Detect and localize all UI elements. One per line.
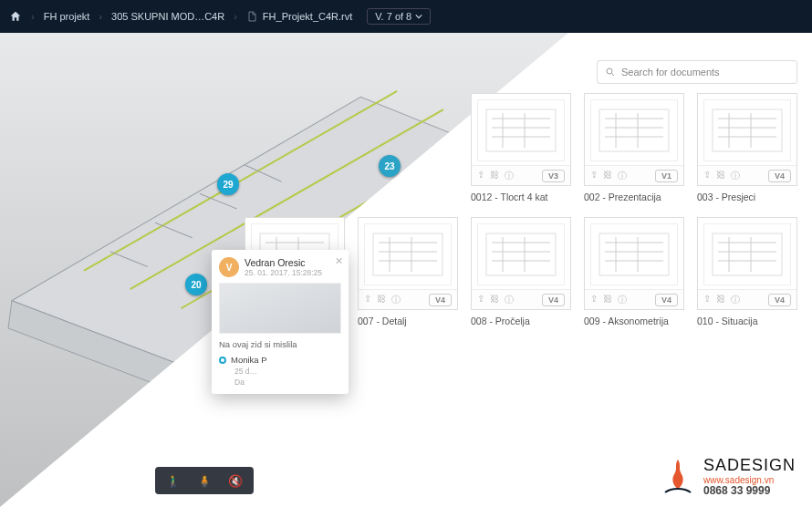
svg-rect-48 bbox=[599, 233, 669, 275]
document-thumbnail[interactable]: ⇪ ⛓ ⓘ V4 bbox=[471, 217, 571, 310]
share-icon[interactable]: ⇪ bbox=[590, 294, 598, 306]
link-icon[interactable]: ⛓ bbox=[490, 294, 499, 306]
thumbnail-action-bar: ⇪ ⛓ ⓘ V4 bbox=[698, 289, 796, 309]
top-bar: › FH projekt › 305 SKUPNI MOD…C4R › FH_P… bbox=[0, 0, 812, 33]
share-icon[interactable]: ⇪ bbox=[477, 170, 484, 182]
document-title: 002 - Prezentacija bbox=[584, 191, 684, 202]
link-icon[interactable]: ⛓ bbox=[377, 294, 386, 306]
document-thumbnail[interactable]: ⇪ ⛓ ⓘ V4 bbox=[697, 93, 797, 186]
thumbnail-preview bbox=[703, 99, 791, 161]
document-thumbnail[interactable]: ⇪ ⛓ ⓘ V4 bbox=[584, 217, 684, 310]
comment-author: Vedran Oresic bbox=[245, 257, 322, 268]
document-card[interactable]: ⇪ ⛓ ⓘ V3 0012 - Tlocrt 4 kat bbox=[471, 93, 571, 202]
close-icon[interactable]: ✕ bbox=[335, 255, 343, 267]
breadcrumb-item[interactable]: FH projekt bbox=[44, 11, 90, 22]
svg-rect-12 bbox=[486, 109, 556, 151]
version-badge[interactable]: V4 bbox=[768, 170, 791, 182]
document-title: 0012 - Tlocrt 4 kat bbox=[471, 191, 571, 202]
brand-name: SADESIGN bbox=[703, 457, 796, 475]
share-icon[interactable]: ⇪ bbox=[477, 294, 484, 306]
document-title: 003 - Presjeci bbox=[697, 191, 797, 202]
reply-timestamp: 25 d… bbox=[234, 367, 257, 376]
thumbnail-action-bar: ⇪ ⛓ ⓘ V3 bbox=[472, 165, 570, 185]
version-badge[interactable]: V1 bbox=[655, 170, 678, 182]
document-card[interactable]: ⇪ ⛓ ⓘ V4 010 - Situacija bbox=[697, 217, 797, 326]
document-thumbnail[interactable]: ⇪ ⛓ ⓘ V4 bbox=[358, 217, 458, 310]
person-icon[interactable]: 🧍 bbox=[197, 474, 212, 488]
version-badge[interactable]: V4 bbox=[768, 294, 791, 306]
info-icon[interactable]: ⓘ bbox=[505, 170, 514, 182]
info-icon[interactable]: ⓘ bbox=[505, 294, 514, 306]
search-icon bbox=[605, 67, 616, 78]
link-icon[interactable]: ⛓ bbox=[490, 170, 499, 182]
document-card[interactable]: ⇪ ⛓ ⓘ V4 003 - Presjeci bbox=[697, 93, 797, 202]
comment-popover: ✕ V Vedran Oresic 25. 01. 2017. 15:28:25… bbox=[212, 250, 349, 394]
info-icon[interactable]: ⓘ bbox=[618, 294, 627, 306]
document-card[interactable]: ⇪ ⛓ ⓘ V4 008 - Pročelja bbox=[471, 217, 571, 326]
issue-marker[interactable]: 29 bbox=[217, 173, 239, 195]
document-thumbnail[interactable]: ⇪ ⛓ ⓘ V1 bbox=[584, 93, 684, 186]
flame-icon bbox=[660, 456, 696, 498]
thumbnail-action-bar: ⇪ ⛓ ⓘ V1 bbox=[585, 165, 683, 185]
info-icon[interactable]: ⓘ bbox=[391, 294, 401, 306]
document-title: 007 - Detalj bbox=[358, 316, 458, 326]
version-badge[interactable]: V4 bbox=[429, 294, 452, 306]
breadcrumb-item[interactable]: 305 SKUPNI MOD…C4R bbox=[111, 11, 224, 22]
search-input[interactable]: Search for documents bbox=[597, 60, 797, 84]
avatar: V bbox=[219, 257, 239, 277]
link-icon[interactable]: ⛓ bbox=[716, 170, 725, 182]
info-icon[interactable]: ⓘ bbox=[618, 170, 627, 182]
version-badge[interactable]: V4 bbox=[542, 294, 565, 306]
svg-point-10 bbox=[607, 68, 612, 74]
version-badge[interactable]: V3 bbox=[542, 170, 565, 182]
document-card[interactable]: ⇪ ⛓ ⓘ V1 002 - Prezentacija bbox=[584, 93, 684, 202]
comment-reply[interactable]: Monika P bbox=[219, 355, 341, 365]
version-selector[interactable]: V. 7 of 8 bbox=[367, 8, 431, 25]
documents-grid-row: ⇪ ⛓ ⓘ V4 …elja var. 2 bbox=[274, 217, 797, 326]
document-title: 008 - Pročelja bbox=[471, 316, 571, 326]
share-icon[interactable]: ⇪ bbox=[703, 170, 711, 182]
info-icon[interactable]: ⓘ bbox=[731, 170, 740, 182]
link-icon[interactable]: ⛓ bbox=[716, 294, 725, 306]
sound-off-icon[interactable]: 🔇 bbox=[228, 474, 243, 488]
link-icon[interactable]: ⛓ bbox=[603, 170, 612, 182]
svg-rect-42 bbox=[486, 233, 556, 275]
version-badge[interactable]: V4 bbox=[655, 294, 678, 306]
svg-rect-36 bbox=[373, 233, 442, 275]
walk-icon[interactable]: 🚶‍♂️ bbox=[166, 474, 181, 488]
search-placeholder: Search for documents bbox=[621, 67, 720, 78]
thumbnail-preview bbox=[364, 223, 452, 285]
breadcrumb-item[interactable]: FH_Projekt_C4R.rvt bbox=[263, 11, 352, 22]
reply-text: Da bbox=[234, 378, 245, 387]
share-icon[interactable]: ⇪ bbox=[703, 294, 711, 306]
chevron-right-icon: › bbox=[234, 11, 237, 22]
brand-phone: 0868 33 9999 bbox=[703, 485, 796, 497]
reply-author: Monika P bbox=[231, 355, 267, 365]
thumbnail-preview bbox=[590, 99, 678, 161]
link-icon[interactable]: ⛓ bbox=[603, 294, 612, 306]
comment-snapshot[interactable] bbox=[219, 283, 341, 334]
thumbnail-action-bar: ⇪ ⛓ ⓘ V4 bbox=[472, 289, 570, 309]
home-icon[interactable] bbox=[9, 10, 22, 23]
document-card[interactable]: ⇪ ⛓ ⓘ V4 007 - Detalj bbox=[358, 217, 458, 326]
comment-message: Na ovaj zid si mislila bbox=[219, 339, 341, 349]
thumbnail-preview bbox=[477, 99, 565, 161]
chevron-down-icon bbox=[415, 13, 422, 20]
info-icon[interactable]: ⓘ bbox=[731, 294, 740, 306]
svg-rect-18 bbox=[599, 109, 669, 151]
share-icon[interactable]: ⇪ bbox=[364, 294, 371, 306]
document-thumbnail[interactable]: ⇪ ⛓ ⓘ V3 bbox=[471, 93, 571, 186]
document-thumbnail[interactable]: ⇪ ⛓ ⓘ V4 bbox=[697, 217, 797, 310]
svg-rect-54 bbox=[713, 233, 782, 275]
breadcrumb: › FH projekt › 305 SKUPNI MOD…C4R › FH_P… bbox=[9, 8, 431, 25]
share-icon[interactable]: ⇪ bbox=[590, 170, 598, 182]
chevron-right-icon: › bbox=[99, 11, 102, 22]
thumbnail-action-bar: ⇪ ⛓ ⓘ V4 bbox=[359, 289, 457, 309]
documents-grid-row: ⇪ ⛓ ⓘ V3 0012 - Tlocrt 4 kat bbox=[274, 93, 797, 202]
reply-indicator-icon bbox=[219, 357, 226, 364]
svg-line-11 bbox=[612, 74, 615, 77]
watermark-logo: SADESIGN www.sadesign.vn 0868 33 9999 bbox=[660, 456, 796, 498]
viewer-toolbar: 🚶‍♂️ 🧍 🔇 bbox=[155, 467, 254, 494]
document-card[interactable]: ⇪ ⛓ ⓘ V4 009 - Aksonometrija bbox=[584, 217, 684, 326]
issue-marker[interactable]: 20 bbox=[185, 274, 207, 295]
